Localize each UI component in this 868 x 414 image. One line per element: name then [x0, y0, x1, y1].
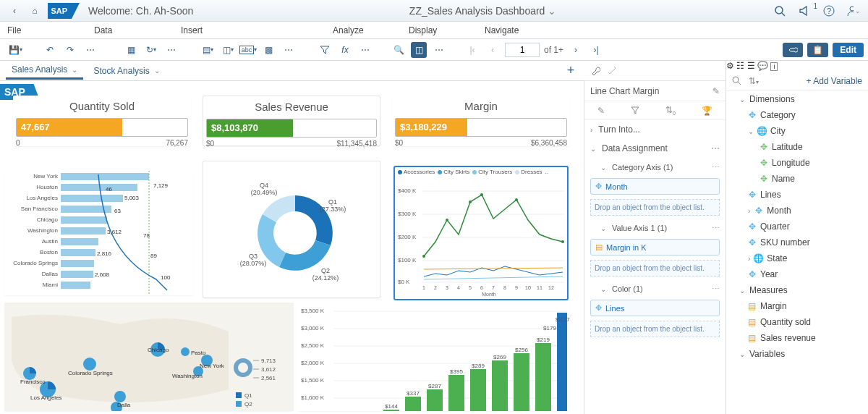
more-file-icon[interactable]: ⋯ — [82, 42, 98, 58]
help-icon[interactable]: ? — [822, 4, 836, 18]
variables-group[interactable]: ⌄Variables — [726, 346, 868, 362]
dimensions-group[interactable]: ⌄Dimensions — [726, 91, 868, 107]
hierarchy-icon[interactable]: ☷ — [736, 61, 744, 71]
menu-display[interactable]: Display — [401, 25, 477, 35]
kpi-quantity[interactable]: Quantity Sold 47,667 076,267 — [13, 96, 191, 146]
tab-sales-analysis[interactable]: Sales Analysis⌄ — [6, 62, 83, 80]
more-data-icon[interactable]: ⋯ — [163, 42, 179, 58]
margin-line-chart[interactable]: Accessories City Skirts City Trousers Dr… — [394, 166, 568, 300]
redo-icon[interactable]: ↷ — [62, 42, 78, 58]
menu-data[interactable]: Data — [87, 25, 174, 35]
edit-button[interactable]: Edit — [833, 43, 864, 57]
table-icon[interactable]: ▤▾ — [200, 42, 216, 58]
last-page-icon[interactable]: ›| — [588, 42, 604, 58]
page-mode-icon[interactable]: ◫ — [411, 42, 427, 58]
drop-category[interactable]: Drop an object from the object list. — [590, 199, 720, 216]
map-chart[interactable]: ChicagoPastoNew York WashingtonColorado … — [4, 303, 294, 411]
donut-chart[interactable]: Q1(27.33%) Q2(24.12%) Q3(28.07%) Q4(20.4… — [203, 161, 380, 298]
chip-month[interactable]: ✥Month — [590, 178, 720, 195]
dim-year[interactable]: ✥Year — [726, 266, 868, 282]
dim-lines[interactable]: ✥Lines — [726, 187, 868, 203]
more-insert-icon[interactable]: ⋯ — [281, 42, 297, 58]
column-chart[interactable]: $3,500 K$3,000 K$2,500 K$2,000 K$1,500 K… — [297, 303, 570, 411]
list-icon[interactable]: ☰ — [747, 61, 755, 71]
menu-insert[interactable]: Insert — [174, 25, 326, 35]
kpi-margin[interactable]: Margin $3,180,229 $0$6,360,458 — [392, 96, 570, 146]
dim-city[interactable]: ⌄🌐City — [726, 123, 868, 139]
menu-file[interactable]: File — [0, 25, 87, 35]
svg-text:$337: $337 — [407, 390, 420, 397]
zoom-icon[interactable]: 🔍 — [391, 42, 407, 58]
svg-text:$395: $395 — [450, 368, 463, 375]
turn-into[interactable]: ›Turn Into... — [584, 120, 726, 139]
obj-sort-icon[interactable]: ⇅▾ — [749, 76, 759, 86]
filter-tab-icon[interactable] — [631, 106, 639, 115]
filter-icon[interactable] — [317, 42, 333, 58]
refresh-icon[interactable]: ↻▾ — [143, 42, 159, 58]
dim-longitude[interactable]: ✥Longitude — [726, 155, 868, 171]
meas-revenue[interactable]: ▤Sales revenue — [726, 330, 868, 346]
menu-navigate[interactable]: Navigate — [477, 25, 564, 35]
meas-margin[interactable]: ▤Margin — [726, 298, 868, 314]
dim-state[interactable]: ›🌐State — [726, 250, 868, 266]
wand-icon[interactable] — [608, 66, 618, 76]
kpi-revenue[interactable]: Sales Revenue $8,103,870 $0$11,345,418 — [203, 96, 380, 146]
edit-title-icon[interactable]: ✎ — [712, 86, 720, 96]
sort-tab-icon[interactable]: ⇅0 — [665, 105, 676, 116]
next-page-icon[interactable]: › — [568, 42, 584, 58]
prev-page-icon[interactable]: ‹ — [485, 42, 501, 58]
report-tabs: Sales Analysis⌄ Stock Analysis⌄ + — [0, 61, 584, 81]
dim-latitude[interactable]: ✥Latitude — [726, 139, 868, 155]
announce-icon[interactable]: 1 — [797, 4, 812, 18]
bar-chart[interactable]: New YorkHoustonLos Angeles San Francisco… — [4, 171, 194, 295]
drop-value[interactable]: Drop an object from the object list. — [590, 260, 720, 276]
color-axis[interactable]: ⌄Color (1)⋯ — [584, 279, 726, 298]
add-tab-icon[interactable]: + — [563, 63, 579, 79]
add-variable[interactable]: + Add Variable — [806, 76, 862, 86]
more-analyze-icon[interactable]: ⋯ — [357, 42, 373, 58]
dim-name[interactable]: ✥Name — [726, 171, 868, 187]
svg-rect-98 — [236, 392, 242, 398]
dim-sku[interactable]: ✥SKU number — [726, 235, 868, 250]
search-icon[interactable] — [773, 4, 787, 18]
dim-quarter[interactable]: ✥Quarter — [726, 219, 868, 235]
category-axis[interactable]: ⌄Category Axis (1)⋯ — [584, 158, 726, 177]
obj-search-icon[interactable] — [732, 76, 741, 85]
chip-lines[interactable]: ✥Lines — [590, 300, 720, 316]
back-icon[interactable]: ‹ — [7, 4, 22, 18]
measures-group[interactable]: ⌄Measures — [726, 282, 868, 298]
cube-icon[interactable]: ⚙ — [726, 61, 734, 71]
clipboard-button[interactable]: 📋 — [807, 43, 828, 57]
rank-tab-icon[interactable]: 🏆 — [702, 106, 712, 116]
svg-text:$144: $144 — [385, 403, 398, 410]
formula-icon[interactable]: fx — [337, 42, 353, 58]
text-icon[interactable]: abc▾ — [240, 42, 256, 58]
dim-category[interactable]: ✥Category — [726, 107, 868, 123]
user-icon[interactable]: ⌄ — [846, 4, 861, 18]
chip-margin[interactable]: ▤Margin in K — [590, 239, 720, 255]
data-assignment[interactable]: ⌄Data Assignment⋯ — [584, 139, 726, 158]
meas-quantity[interactable]: ▤Quantity sold — [726, 314, 868, 330]
menu-analyze[interactable]: Analyze — [326, 25, 401, 35]
home-icon[interactable]: ⌂ — [27, 4, 42, 18]
wrench-icon[interactable] — [590, 66, 600, 76]
more-display-icon[interactable]: ⋯ — [431, 42, 447, 58]
dim-month[interactable]: ›✥Month — [726, 203, 868, 219]
format-tab-icon[interactable]: ✎ — [597, 106, 605, 116]
canvas[interactable]: SAP Quantity Sold 47,667 076,267 Sales R… — [0, 81, 584, 414]
save-icon[interactable]: 💾▾ — [7, 42, 23, 58]
info-icon[interactable]: i — [770, 62, 778, 71]
chart-icon[interactable]: ◫▾ — [220, 42, 236, 58]
key-button[interactable] — [783, 43, 803, 57]
first-page-icon[interactable]: |‹ — [464, 42, 480, 58]
tab-stock-analysis[interactable]: Stock Analysis⌄ — [88, 63, 165, 79]
page-input[interactable] — [505, 43, 540, 57]
data-source-icon[interactable]: ▦ — [123, 42, 139, 58]
section-icon[interactable]: ▩ — [260, 42, 276, 58]
svg-rect-121 — [535, 343, 551, 411]
comment-icon[interactable]: 💬 — [757, 61, 768, 71]
value-axis[interactable]: ⌄Value Axis 1 (1)⋯ — [584, 219, 726, 237]
drop-color[interactable]: Drop an object from the object list. — [590, 321, 720, 337]
undo-icon[interactable]: ↶ — [42, 42, 58, 58]
document-title[interactable]: ZZ_Sales Analysis Dashboard ⌄ — [199, 5, 767, 17]
